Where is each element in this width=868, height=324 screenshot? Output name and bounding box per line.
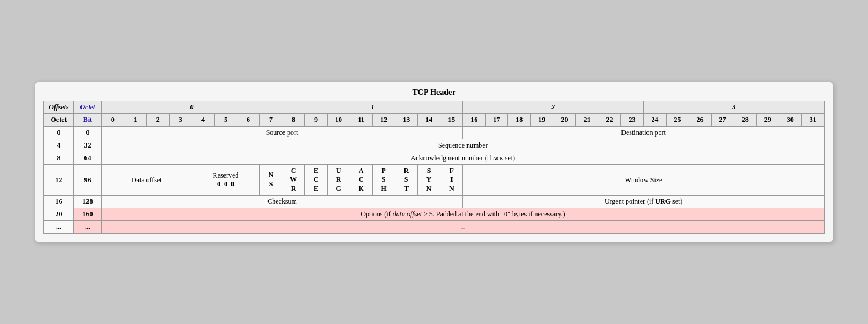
table-row: 12 96 Data offset Reserved0 0 0 N S C W … (44, 164, 825, 196)
flag-psh: P S H (373, 164, 395, 196)
bit-22: 22 (598, 113, 621, 126)
reserved-cell: Reserved0 0 0 (192, 164, 259, 196)
row-bit: 0 (74, 126, 102, 139)
row-bit: 32 (74, 139, 102, 152)
bit-14: 14 (418, 113, 440, 126)
ack-number-cell: Acknowledgment number (if ack set) (101, 152, 824, 164)
octet-group-0: 0 (101, 101, 282, 113)
bit-18: 18 (508, 113, 531, 126)
bit-4: 4 (192, 113, 214, 126)
bit-5: 5 (214, 113, 237, 126)
bit-21: 21 (576, 113, 598, 126)
bit-29: 29 (756, 113, 779, 126)
flag-ece: E C E (305, 164, 328, 196)
table-row: 0 0 Source port Destination port (44, 126, 825, 139)
row-octet: 12 (44, 164, 74, 196)
row-bit: 96 (74, 164, 102, 196)
flag-urg: U R G (328, 164, 350, 196)
window-size-cell: Window Size (463, 164, 825, 196)
offsets-label: Offsets (44, 101, 74, 113)
octet-group-1: 1 (282, 101, 463, 113)
bit-16: 16 (463, 113, 486, 126)
flag-fin: F I N (440, 164, 463, 196)
bit-27: 27 (711, 113, 734, 126)
bit-2: 2 (146, 113, 169, 126)
octet-group-3: 3 (643, 101, 825, 113)
tcp-header-card: TCP Header Offsets Octet 0 1 2 3 (35, 82, 833, 243)
source-port-cell: Source port (101, 126, 463, 139)
bit-7: 7 (259, 113, 282, 126)
bit-30: 30 (779, 113, 801, 126)
bit-24: 24 (643, 113, 666, 126)
urgent-pointer-cell: Urgent pointer (if URG set) (463, 196, 825, 208)
bit-8: 8 (282, 113, 305, 126)
flag-rst: R S T (395, 164, 418, 196)
bit-1: 1 (124, 113, 146, 126)
checksum-cell: Checksum (101, 196, 463, 208)
row-bit: 128 (74, 196, 102, 208)
bit-19: 19 (531, 113, 553, 126)
bit-12: 12 (373, 113, 395, 126)
flag-syn: S Y N (418, 164, 440, 196)
row-octet: 0 (44, 126, 74, 139)
bit-13: 13 (395, 113, 418, 126)
octet-header-label: Octet (74, 101, 102, 113)
table-row: 16 128 Checksum Urgent pointer (if URG s… (44, 196, 825, 208)
table-row: 8 64 Acknowledgment number (if ack set) (44, 152, 825, 164)
bit-15: 15 (440, 113, 463, 126)
bit-6: 6 (237, 113, 259, 126)
bit-23: 23 (621, 113, 643, 126)
row-bit: 64 (74, 152, 102, 164)
flag-ns: N S (259, 164, 282, 196)
bit-3: 3 (169, 113, 192, 126)
octet-group-row: Offsets Octet 0 1 2 3 (44, 101, 825, 113)
bit-10: 10 (328, 113, 350, 126)
row-octet: 16 (44, 196, 74, 208)
table-row: 20 160 Options (if data offset > 5. Padd… (44, 208, 825, 221)
tcp-table: Offsets Octet 0 1 2 3 Octet Bit 0 1 2 3 … (43, 101, 825, 234)
row-octet: ... (44, 221, 74, 234)
data-offset-cell: Data offset (101, 164, 192, 196)
bit-17: 17 (486, 113, 508, 126)
octet-col-label: Octet (44, 113, 74, 126)
dest-port-cell: Destination port (463, 126, 825, 139)
flag-cwr: C W R (282, 164, 305, 196)
bit-number-row: Octet Bit 0 1 2 3 4 5 6 7 8 9 10 11 12 1… (44, 113, 825, 126)
row-octet: 8 (44, 152, 74, 164)
bit-11: 11 (350, 113, 373, 126)
row-octet: 20 (44, 208, 74, 221)
bit-31: 31 (801, 113, 824, 126)
row-bit: ... (74, 221, 102, 234)
bit-9: 9 (305, 113, 328, 126)
flag-ack: A C K (350, 164, 373, 196)
row-bit: 160 (74, 208, 102, 221)
bit-26: 26 (689, 113, 711, 126)
row-octet: 4 (44, 139, 74, 152)
options-cell: Options (if data offset > 5. Padded at t… (101, 208, 824, 221)
bit-20: 20 (553, 113, 576, 126)
octet-group-2: 2 (463, 101, 643, 113)
table-row: ... ... ... (44, 221, 825, 234)
bit-28: 28 (734, 113, 756, 126)
bit-0: 0 (101, 113, 124, 126)
table-row: 4 32 Sequence number (44, 139, 825, 152)
sequence-number-cell: Sequence number (101, 139, 824, 152)
bit-25: 25 (666, 113, 689, 126)
options-continued-cell: ... (101, 221, 824, 234)
bit-col-label: Bit (74, 113, 102, 126)
table-title: TCP Header (43, 88, 825, 97)
